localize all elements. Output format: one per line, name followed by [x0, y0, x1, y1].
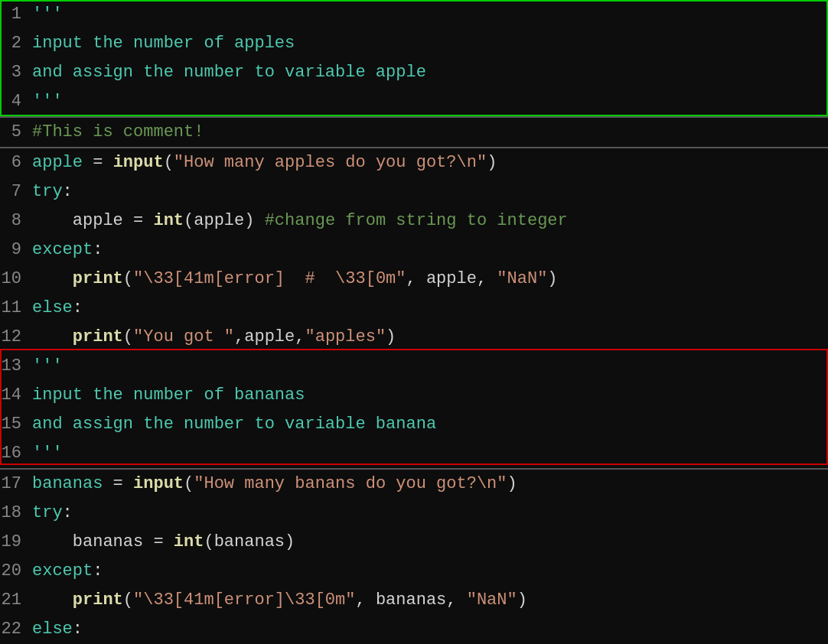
line-number-22: 22 [0, 615, 32, 644]
line-content-20: except: [32, 557, 103, 586]
code-line-6: 6 apple = input("How many apples do you … [0, 148, 828, 177]
code-line-11: 11 else: [0, 294, 828, 323]
line-number-10: 10 [0, 265, 32, 294]
line-number-3: 3 [0, 58, 32, 87]
line-number-7: 7 [0, 177, 32, 207]
code-line-4: 4 ''' [0, 87, 828, 116]
line-content-1: ''' [32, 0, 63, 29]
code-line-12: 12 print("You got ",apple,"apples") [0, 323, 828, 352]
line-number-5: 5 [0, 118, 32, 147]
line-content-14: input the number of bananas [32, 381, 305, 410]
line-content-22: else: [32, 615, 83, 644]
code-line-8: 8 apple = int(apple) #change from string… [0, 207, 828, 236]
code-line-3: 3 and assign the number to variable appl… [0, 58, 828, 87]
line-content-9: except: [32, 236, 103, 265]
code-line-15: 15 and assign the number to variable ban… [0, 410, 828, 439]
code-editor: 1 ''' 2 input the number of apples 3 and… [0, 0, 828, 644]
line-content-12: print("You got ",apple,"apples") [32, 323, 396, 352]
line-content-19: bananas = int(bananas) [32, 528, 295, 557]
line-content-10: print("\33[41m[error] # \33[0m", apple, … [32, 265, 558, 294]
line-content-2: input the number of apples [32, 29, 295, 58]
line-number-2: 2 [0, 29, 32, 58]
code-line-1: 1 ''' [0, 0, 828, 29]
line-content-7: try: [32, 177, 73, 207]
line-number-8: 8 [0, 207, 32, 236]
code-line-20: 20 except: [0, 557, 828, 586]
line-number-19: 19 [0, 528, 32, 557]
line-number-17: 17 [0, 470, 32, 499]
line-number-12: 12 [0, 323, 32, 352]
code-line-10: 10 print("\33[41m[error] # \33[0m", appl… [0, 265, 828, 294]
code-line-7: 7 try: [0, 177, 828, 207]
code-line-19: 19 bananas = int(bananas) [0, 528, 828, 557]
code-line-9: 9 except: [0, 236, 828, 265]
line-content-8: apple = int(apple) #change from string t… [32, 207, 568, 236]
line-content-6: apple = input("How many apples do you go… [32, 148, 497, 177]
line-content-11: else: [32, 294, 83, 323]
line-number-11: 11 [0, 294, 32, 323]
line-number-6: 6 [0, 148, 32, 177]
line-number-16: 16 [0, 439, 32, 468]
line-number-13: 13 [0, 352, 32, 381]
line-number-15: 15 [0, 410, 32, 439]
code-line-16: 16 ''' [0, 439, 828, 468]
line-content-21: print("\33[41m[error]\33[0m", bananas, "… [32, 586, 527, 615]
line-content-17: bananas = input("How many banans do you … [32, 470, 517, 499]
code-line-13: 13 ''' [0, 352, 828, 381]
line-number-20: 20 [0, 557, 32, 586]
line-content-15: and assign the number to variable banana [32, 410, 436, 439]
line-content-18: try: [32, 499, 73, 528]
line-content-5: #This is comment! [32, 118, 204, 147]
line-content-4: ''' [32, 87, 63, 116]
code-line-2: 2 input the number of apples [0, 29, 828, 58]
code-line-22: 22 else: [0, 615, 828, 644]
line-number-9: 9 [0, 236, 32, 265]
line-number-21: 21 [0, 586, 32, 615]
line-content-16: ''' [32, 439, 63, 468]
line-content-3: and assign the number to variable apple [32, 58, 426, 87]
code-line-18: 18 try: [0, 499, 828, 528]
line-number-4: 4 [0, 87, 32, 116]
line-number-14: 14 [0, 381, 32, 410]
code-line-14: 14 input the number of bananas [0, 381, 828, 410]
code-line-21: 21 print("\33[41m[error]\33[0m", bananas… [0, 586, 828, 615]
line-number-1: 1 [0, 0, 32, 29]
line-number-18: 18 [0, 499, 32, 528]
code-line-5: 5 #This is comment! [0, 118, 828, 147]
line-content-13: ''' [32, 352, 63, 381]
code-line-17: 17 bananas = input("How many banans do y… [0, 470, 828, 499]
